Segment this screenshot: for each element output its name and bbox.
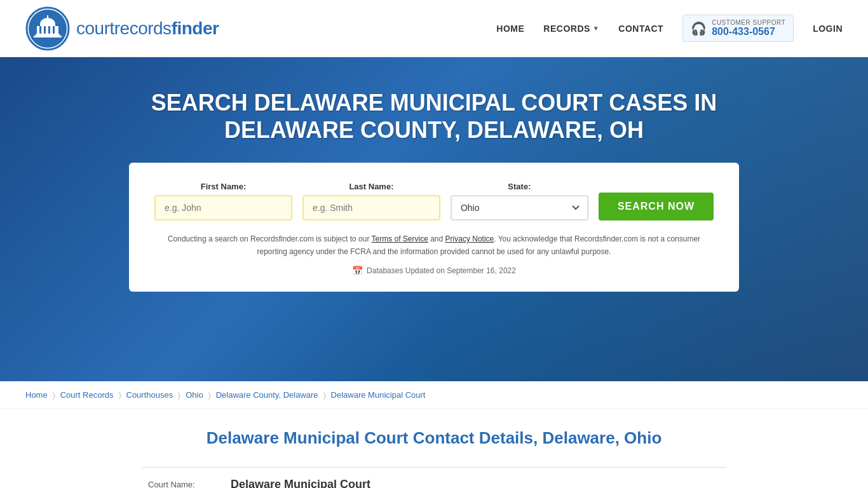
search-box: First Name: Last Name: State: Ohio Alaba… xyxy=(129,163,739,291)
breadcrumb-court-records[interactable]: Court Records xyxy=(60,390,114,400)
chevron-down-icon: ▼ xyxy=(593,25,599,32)
breadcrumb-delaware-county[interactable]: Delaware County, Delaware xyxy=(216,390,318,400)
site-header: courtrecordsfinder HOME RECORDS ▼ CONTAC… xyxy=(0,0,868,57)
breadcrumb-current: Delaware Municipal Court xyxy=(331,390,426,400)
svg-rect-11 xyxy=(53,26,55,34)
nav-contact[interactable]: CONTACT xyxy=(618,24,663,34)
terms-link[interactable]: Terms of Service xyxy=(372,234,428,243)
logo-icon xyxy=(25,6,70,51)
svg-rect-6 xyxy=(34,36,62,37)
search-fields: First Name: Last Name: State: Ohio Alaba… xyxy=(154,182,714,220)
state-select[interactable]: Ohio Alabama Alaska Arizona California F… xyxy=(451,195,588,220)
first-name-label: First Name: xyxy=(154,182,292,191)
last-name-group: Last Name: xyxy=(302,182,440,220)
svg-rect-7 xyxy=(47,15,48,23)
logo-text-court: courtrecords xyxy=(76,18,172,38)
court-name-value: Delaware Municipal Court xyxy=(231,478,370,488)
main-nav: HOME RECORDS ▼ CONTACT 🎧 CUSTOMER SUPPOR… xyxy=(496,15,843,42)
breadcrumb-courthouses[interactable]: Courthouses xyxy=(126,390,173,400)
breadcrumb-home[interactable]: Home xyxy=(25,390,48,400)
breadcrumb-sep-2: 〉 xyxy=(119,391,121,400)
logo[interactable]: courtrecordsfinder xyxy=(25,6,219,51)
state-label: State: xyxy=(451,182,588,191)
customer-support-box[interactable]: 🎧 CUSTOMER SUPPORT 800-433-0567 xyxy=(682,15,794,42)
privacy-link[interactable]: Privacy Notice xyxy=(445,234,494,243)
first-name-input[interactable] xyxy=(154,195,292,220)
court-name-label: Court Name: xyxy=(148,480,224,488)
breadcrumb-sep-5: 〉 xyxy=(323,391,326,400)
page-heading: Delaware Municipal Court Contact Details… xyxy=(142,428,726,448)
hero-section: SEARCH DELAWARE MUNICIPAL COURT CASES IN… xyxy=(0,57,868,381)
disclaimer-text: Conducting a search on Recordsfinder.com… xyxy=(154,233,714,257)
logo-text: courtrecordsfinder xyxy=(76,18,219,39)
search-button[interactable]: SEARCH NOW xyxy=(599,193,714,220)
support-info: CUSTOMER SUPPORT 800-433-0567 xyxy=(712,19,785,37)
info-table: Court Name: Delaware Municipal Court Sta… xyxy=(142,467,726,488)
support-number: 800-433-0567 xyxy=(712,26,785,37)
hero-title: SEARCH DELAWARE MUNICIPAL COURT CASES IN… xyxy=(148,89,720,144)
breadcrumb: Home 〉 Court Records 〉 Courthouses 〉 Ohi… xyxy=(0,381,868,409)
db-updated: 📅 Databases Updated on September 16, 202… xyxy=(154,266,714,276)
calendar-icon: 📅 xyxy=(352,266,363,276)
svg-rect-3 xyxy=(40,24,55,26)
breadcrumb-sep-3: 〉 xyxy=(178,391,180,400)
nav-records-label: RECORDS xyxy=(543,24,590,34)
last-name-label: Last Name: xyxy=(302,182,440,191)
svg-rect-5 xyxy=(36,34,60,36)
nav-home[interactable]: HOME xyxy=(496,24,524,34)
first-name-group: First Name: xyxy=(154,182,292,220)
court-name-row: Court Name: Delaware Municipal Court xyxy=(142,468,726,488)
nav-login[interactable]: LOGIN xyxy=(813,24,843,34)
breadcrumb-ohio[interactable]: Ohio xyxy=(186,390,203,400)
nav-records[interactable]: RECORDS ▼ xyxy=(543,24,599,34)
db-updated-text: Databases Updated on September 16, 2022 xyxy=(367,266,516,275)
breadcrumb-sep-1: 〉 xyxy=(53,391,55,400)
headset-icon: 🎧 xyxy=(691,21,707,36)
logo-text-finder: finder xyxy=(172,18,219,38)
last-name-input[interactable] xyxy=(302,195,440,220)
breadcrumb-sep-4: 〉 xyxy=(208,391,211,400)
svg-rect-10 xyxy=(48,26,50,34)
support-label: CUSTOMER SUPPORT xyxy=(712,19,785,26)
main-content: Delaware Municipal Court Contact Details… xyxy=(129,409,739,488)
svg-rect-8 xyxy=(39,26,41,34)
svg-rect-9 xyxy=(44,26,46,34)
state-group: State: Ohio Alabama Alaska Arizona Calif… xyxy=(451,182,588,220)
